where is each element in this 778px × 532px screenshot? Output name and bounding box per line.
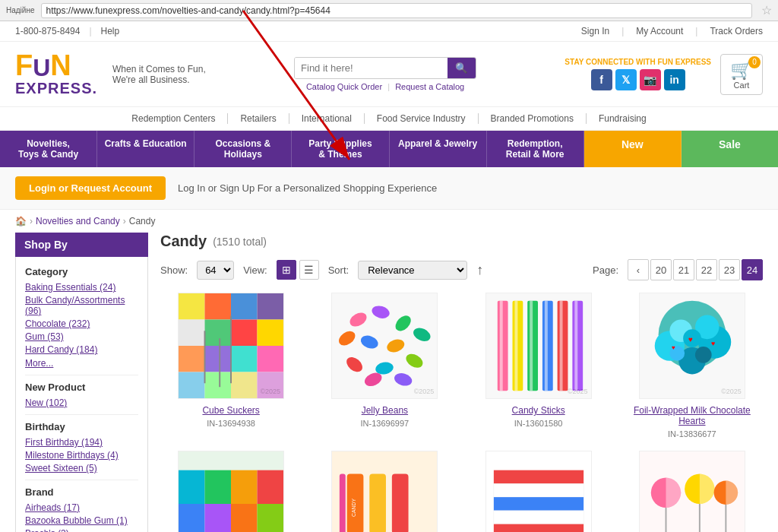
product-image-cube-suckers[interactable]: ©2025	[178, 293, 284, 399]
svg-rect-60	[231, 470, 258, 504]
product-name-cube-suckers[interactable]: Cube Suckers	[202, 405, 259, 416]
linkedin-icon[interactable]: in	[664, 69, 685, 90]
request-catalog-link[interactable]: Request a Catalog	[395, 82, 464, 91]
products-area: Candy (1510 total) Show: 64 32 96 View: …	[160, 233, 763, 532]
search-input[interactable]	[295, 58, 448, 78]
nav-item-novelties[interactable]: Novelties, Toys & Candy	[0, 131, 97, 167]
svg-rect-4	[179, 320, 205, 347]
search-links: Catalog Quick Order | Request a Catalog	[306, 82, 464, 91]
facebook-icon[interactable]: f	[591, 69, 612, 90]
secondary-nav-item[interactable]: Fundraising	[587, 113, 659, 124]
product-image-5[interactable]	[178, 451, 284, 532]
product-image-chocolate-hearts[interactable]: ♥ ♥ ♥ ©2025	[639, 293, 745, 399]
product-image-8[interactable]	[639, 451, 745, 532]
sidebar-link-bazooka[interactable]: Bazooka Bubble Gum (1)	[25, 515, 138, 526]
page-21-button[interactable]: 21	[673, 259, 694, 280]
product-image-7[interactable]	[485, 451, 592, 532]
nav-item-apparel[interactable]: Apparel & Jewelry	[390, 131, 487, 167]
logo-fun: FUN	[15, 51, 97, 80]
sidebar-link-bulk[interactable]: Bulk Candy/Assortments (96)	[25, 295, 138, 316]
nav-item-occasions[interactable]: Occasions & Holidays	[194, 131, 292, 167]
svg-rect-42	[559, 301, 562, 391]
catalog-quick-order-link[interactable]: Catalog Quick Order	[306, 82, 382, 91]
track-orders-link[interactable]: Track Orders	[710, 26, 763, 36]
sidebar-link-baking[interactable]: Baking Essentials (24)	[25, 282, 138, 293]
cart-button[interactable]: 0 🛒 Cart	[720, 54, 763, 95]
secondary-nav-item[interactable]: Redemption Centers	[119, 113, 228, 124]
sidebar-link-chocolate[interactable]: Chocolate (232)	[25, 318, 138, 329]
page-label: Page:	[593, 264, 618, 276]
search-button[interactable]: 🔍	[448, 58, 476, 78]
sort-arrow-icon[interactable]: ↑	[476, 262, 483, 278]
bookmark-icon[interactable]: ☆	[761, 3, 772, 17]
svg-rect-38	[530, 301, 533, 391]
sidebar-link-brachs[interactable]: Brach's (3)	[25, 528, 138, 532]
svg-text:♥: ♥	[672, 344, 675, 351]
nav-item-sale[interactable]: Sale	[682, 131, 778, 167]
browser-bar: Надійне ☆	[0, 0, 778, 21]
sidebar-link-airheads[interactable]: Airheads (17)	[25, 502, 138, 513]
product6-image: CANDY	[332, 470, 437, 532]
sort-label: Sort:	[328, 264, 349, 276]
url-bar[interactable]	[41, 3, 752, 18]
sidebar-more-link[interactable]: More...	[25, 358, 53, 369]
svg-text:CANDY: CANDY	[351, 498, 356, 516]
breadcrumb-home[interactable]: 🏠	[15, 216, 27, 226]
sidebar-link-gum[interactable]: Gum (53)	[25, 331, 138, 342]
twitter-icon[interactable]: 𝕏	[615, 69, 637, 90]
product-grid: ©2025 Cube Suckers IN-13694938	[160, 293, 763, 532]
phone-number: 1-800-875-8494	[15, 26, 80, 36]
list-view-icon[interactable]: ☰	[299, 260, 319, 280]
show-select[interactable]: 64 32 96	[197, 261, 234, 280]
page-23-button[interactable]: 23	[719, 259, 740, 280]
product-name-candy-sticks[interactable]: Candy Sticks	[512, 405, 565, 416]
nav-item-new[interactable]: New	[584, 131, 682, 167]
grid-view-icon[interactable]: ⊞	[277, 260, 296, 280]
svg-text:♥: ♥	[688, 335, 693, 344]
login-button[interactable]: Login or Request Account	[15, 176, 166, 200]
sidebar-link-new[interactable]: New (102)	[25, 397, 138, 408]
page-22-button[interactable]: 22	[696, 259, 717, 280]
social-title: STAY CONNECTED WITH FUN EXPRESS	[565, 58, 711, 66]
svg-rect-6	[231, 320, 258, 347]
secondary-nav-item[interactable]: International	[289, 113, 365, 124]
sidebar-link-sweet16[interactable]: Sweet Sixteen (5)	[25, 463, 138, 473]
product-image-candy-sticks[interactable]: ©2025	[485, 293, 592, 399]
svg-rect-1	[205, 293, 232, 320]
page-20-button[interactable]: 20	[650, 259, 672, 280]
product-image-jelly-beans[interactable]: ©2025	[331, 293, 438, 399]
logo-tagline: When it Comes to Fun, We're all Business…	[112, 64, 206, 85]
view-icons: ⊞ ☰	[277, 260, 319, 280]
nav-item-crafts[interactable]: Crafts & Education	[97, 131, 194, 167]
svg-rect-2	[231, 293, 258, 320]
breadcrumb-novelties[interactable]: Novelties and Candy	[36, 216, 120, 226]
sort-select[interactable]: Relevance Price: Low to High Price: High…	[358, 261, 467, 280]
sidebar-link-hard[interactable]: Hard Candy (184)	[25, 344, 138, 355]
sign-in-link[interactable]: Sign In	[581, 26, 609, 36]
sidebar-section-birthday: Birthday	[25, 421, 138, 432]
favicon-icon: Надійне	[6, 6, 35, 14]
logo-area[interactable]: FUN EXPRESS. When it Comes to Fun, We're…	[15, 51, 206, 97]
page-prev-button[interactable]: ‹	[628, 259, 649, 280]
product-name-chocolate-hearts[interactable]: Foil-Wrapped Milk Chocolate Hearts	[621, 405, 763, 426]
sidebar-divider-2	[25, 414, 138, 415]
page-24-button[interactable]: 24	[742, 259, 763, 280]
logo[interactable]: FUN EXPRESS.	[15, 51, 97, 97]
secondary-nav-item[interactable]: Food Service Industry	[365, 113, 479, 124]
instagram-icon[interactable]: 📷	[640, 69, 661, 90]
my-account-link[interactable]: My Account	[636, 26, 683, 36]
nav-item-redemption[interactable]: Redemption, Retail & More	[487, 131, 584, 167]
help-link[interactable]: Help	[101, 26, 120, 36]
product-image-6[interactable]: CANDY	[331, 451, 438, 532]
sidebar-link-milestone[interactable]: Milestone Birthdays (4)	[25, 450, 138, 461]
nav-item-party[interactable]: Party Supplies & Themes	[292, 131, 389, 167]
svg-rect-14	[231, 372, 258, 399]
secondary-nav-item[interactable]: Branded Promotions	[479, 113, 587, 124]
sidebar-link-first-birthday[interactable]: First Birthday (194)	[25, 437, 138, 448]
svg-rect-3	[258, 293, 284, 320]
cart-label: Cart	[734, 81, 750, 90]
product-name-jelly-beans[interactable]: Jelly Beans	[362, 405, 408, 416]
secondary-nav-item[interactable]: Retailers	[228, 113, 289, 124]
sidebar-section-brand: Brand	[25, 486, 138, 498]
product-card-chocolate-hearts: ♥ ♥ ♥ ©2025 Foil-Wrapped Milk Chocolate …	[621, 293, 763, 439]
